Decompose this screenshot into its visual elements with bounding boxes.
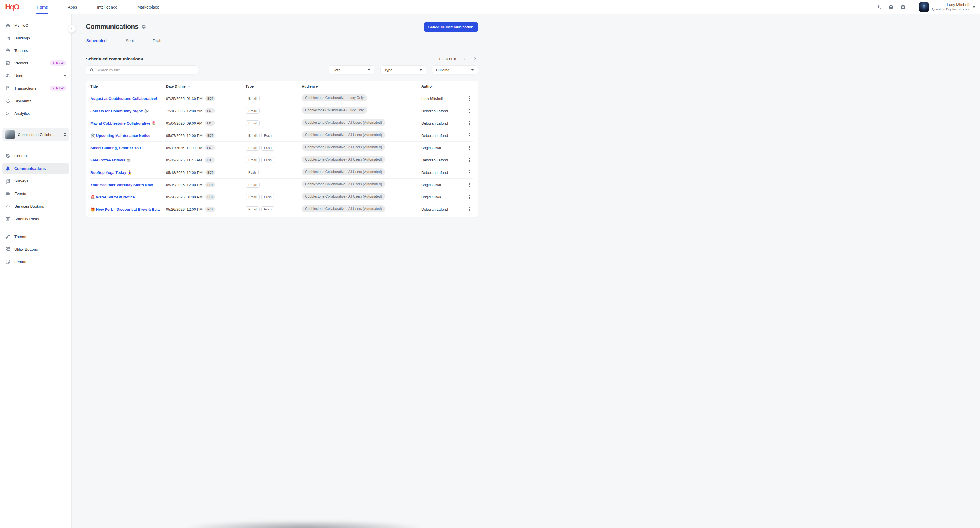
sidebar-item-communications[interactable]: Communications bbox=[2, 163, 69, 174]
audience-badge: Cobblestone Collaborative - All Users (A… bbox=[302, 205, 385, 212]
analytics-icon bbox=[5, 111, 11, 116]
sidebar-item-vendors[interactable]: VendorsNEW bbox=[2, 57, 69, 69]
column-header-title[interactable]: Title bbox=[91, 85, 166, 88]
row-actions-kebab-icon[interactable] bbox=[465, 205, 473, 213]
filter-type[interactable]: Type bbox=[380, 65, 426, 75]
author-cell: Deborah Lafond bbox=[421, 158, 463, 162]
audience-cell: Cobblestone Collaborative - Lucy Only bbox=[302, 94, 421, 102]
audience-cell: Cobblestone Collaborative - All Users (A… bbox=[302, 119, 421, 127]
communication-title-link[interactable]: Rooftop Yoga Today 🧘‍♀️ bbox=[91, 171, 166, 175]
sidebar-item-my-hqo[interactable]: My HqO bbox=[2, 19, 69, 31]
nav-item-apps[interactable]: Apps bbox=[67, 0, 78, 14]
row-actions-kebab-icon[interactable] bbox=[465, 168, 473, 176]
type-cell: EmailPush bbox=[246, 132, 302, 138]
sidebar-item-transactions[interactable]: TransactionsNEW bbox=[2, 83, 69, 94]
table-row: Free Coffee Fridays ☕05/12/2026, 11:45 A… bbox=[91, 154, 473, 166]
sidebar-item-content[interactable]: Content bbox=[2, 150, 69, 161]
nav-item-home[interactable]: Home bbox=[36, 0, 48, 14]
timezone-badge: EDT bbox=[205, 207, 215, 212]
nav-item-intelligence[interactable]: Intelligence bbox=[97, 0, 118, 14]
new-badge: NEW bbox=[50, 86, 66, 91]
sidebar-item-users[interactable]: Users bbox=[2, 70, 69, 81]
row-actions-kebab-icon[interactable] bbox=[465, 193, 473, 201]
pagination-prev-icon[interactable] bbox=[461, 56, 468, 62]
sidebar-item-label: Transactions bbox=[14, 86, 37, 91]
audience-badge: Cobblestone Collaborative - Lucy Only bbox=[302, 94, 367, 101]
communication-title-link[interactable]: May at Cobblestone Collaborative 🌷 bbox=[91, 121, 166, 125]
author-cell: Lucy Mitchell bbox=[421, 96, 463, 101]
pagination-next-icon[interactable] bbox=[472, 56, 478, 62]
communication-title-link[interactable]: 🛠️ Upcoming Maintenance Notice bbox=[91, 134, 166, 138]
audience-cell: Cobblestone Collaborative - All Users (A… bbox=[302, 205, 421, 213]
sidebar-item-label: Tenants bbox=[14, 48, 28, 53]
sidebar-item-discounts[interactable]: Discounts bbox=[2, 95, 69, 107]
sidebar-item-label: Analytics bbox=[14, 112, 30, 116]
table-header: TitleDate & timeTypeAudienceAuthor bbox=[91, 81, 473, 92]
date-time-cell: 05/19/2026, 12:00 PMEDT bbox=[166, 182, 246, 187]
row-actions-kebab-icon[interactable] bbox=[465, 181, 473, 189]
sidebar-item-label: Theme bbox=[14, 234, 26, 239]
communication-title-link[interactable]: Your Healthier Workday Starts Now bbox=[91, 183, 166, 187]
column-header-type[interactable]: Type bbox=[246, 85, 302, 88]
sidebar-item-utility-buttons[interactable]: Utility Buttons bbox=[2, 243, 69, 255]
audience-badge: Cobblestone Collaborative - All Users (A… bbox=[302, 144, 385, 151]
search-input[interactable] bbox=[97, 68, 194, 72]
row-actions-kebab-icon[interactable] bbox=[465, 119, 473, 127]
building-selector[interactable]: Cobblestone Collabo... bbox=[2, 128, 69, 142]
buildings-icon bbox=[5, 35, 11, 41]
type-cell: EmailPush bbox=[246, 145, 302, 151]
sidebar-item-amenity-posts[interactable]: Amenity Posts bbox=[2, 213, 69, 225]
row-actions-kebab-icon[interactable] bbox=[465, 107, 473, 115]
communication-title-link[interactable]: Join Us for Community Night! 🎶 bbox=[91, 109, 166, 113]
table-row: 🚨 Water Shut-Off Notice05/20/2026, 01:00… bbox=[91, 191, 473, 203]
search-box bbox=[86, 65, 198, 75]
tab-sent[interactable]: Sent bbox=[125, 35, 135, 46]
sidebar-item-events[interactable]: Events bbox=[2, 188, 69, 199]
theme-icon bbox=[5, 234, 11, 239]
communications-settings-gear-icon[interactable] bbox=[142, 24, 146, 29]
vendors-icon bbox=[5, 61, 11, 66]
timezone-badge: EDT bbox=[205, 133, 215, 138]
author-cell: Deborah Lafond bbox=[421, 134, 463, 138]
row-actions-kebab-icon[interactable] bbox=[465, 156, 473, 164]
schedule-communication-button[interactable]: Schedule communication bbox=[424, 22, 478, 32]
tab-draft[interactable]: Draft bbox=[152, 35, 162, 46]
unfold-icon bbox=[64, 133, 66, 137]
communication-title-link[interactable]: August at Cobblestone Collaborative! bbox=[91, 96, 166, 101]
column-header-date-time[interactable]: Date & time bbox=[166, 85, 246, 88]
sidebar-item-features[interactable]: Features bbox=[2, 256, 69, 264]
communication-title-link[interactable]: Smart Building, Smarter You bbox=[91, 146, 166, 150]
sidebar-item-tenants[interactable]: Tenants bbox=[2, 45, 69, 56]
nav-item-marketplace[interactable]: Marketplace bbox=[137, 0, 160, 14]
audience-cell: Cobblestone Collaborative - All Users (A… bbox=[302, 193, 421, 201]
row-actions-kebab-icon[interactable] bbox=[465, 131, 473, 139]
type-badge-email: Email bbox=[246, 120, 259, 126]
author-cell: Deborah Lafond bbox=[421, 109, 463, 113]
sidebar-item-analytics[interactable]: Analytics bbox=[2, 108, 69, 119]
sidebar-item-buildings[interactable]: Buildings bbox=[2, 32, 69, 43]
communication-title-link[interactable]: 🎁 New Perk—Discount at Brew & Be… bbox=[91, 207, 166, 212]
column-header-author[interactable]: Author bbox=[421, 85, 463, 88]
sidebar-item-surveys[interactable]: Surveys bbox=[2, 175, 69, 187]
row-actions-kebab-icon[interactable] bbox=[465, 144, 473, 152]
hqo-logo[interactable]: HqO bbox=[5, 3, 19, 11]
filter-building[interactable]: Building bbox=[432, 65, 478, 75]
date-time-cell: 07/25/2025, 01:30 PMEDT bbox=[166, 96, 246, 101]
type-cell: EmailPush bbox=[246, 206, 302, 212]
sidebar-collapse-button[interactable] bbox=[68, 25, 76, 33]
filter-label: Date bbox=[332, 68, 340, 72]
sidebar-item-theme[interactable]: Theme bbox=[2, 231, 69, 242]
sidebar-item-services-booking[interactable]: Services Booking bbox=[2, 201, 69, 212]
column-header-audience[interactable]: Audience bbox=[302, 85, 421, 88]
discounts-icon bbox=[5, 98, 11, 104]
tab-scheduled[interactable]: Scheduled bbox=[86, 35, 107, 46]
timezone-badge: EST bbox=[205, 108, 215, 113]
filter-date[interactable]: Date bbox=[329, 65, 374, 75]
date-time-cell: 12/10/2025, 12:00 AMEST bbox=[166, 108, 246, 113]
row-actions-kebab-icon[interactable] bbox=[465, 94, 473, 102]
date-time-cell: 05/18/2026, 12:00 PMEDT bbox=[166, 170, 246, 175]
communication-title-link[interactable]: 🚨 Water Shut-Off Notice bbox=[91, 195, 166, 199]
type-cell: Email bbox=[246, 182, 302, 188]
communication-title-link[interactable]: Free Coffee Fridays ☕ bbox=[91, 158, 166, 162]
timezone-badge: EDT bbox=[205, 96, 215, 101]
